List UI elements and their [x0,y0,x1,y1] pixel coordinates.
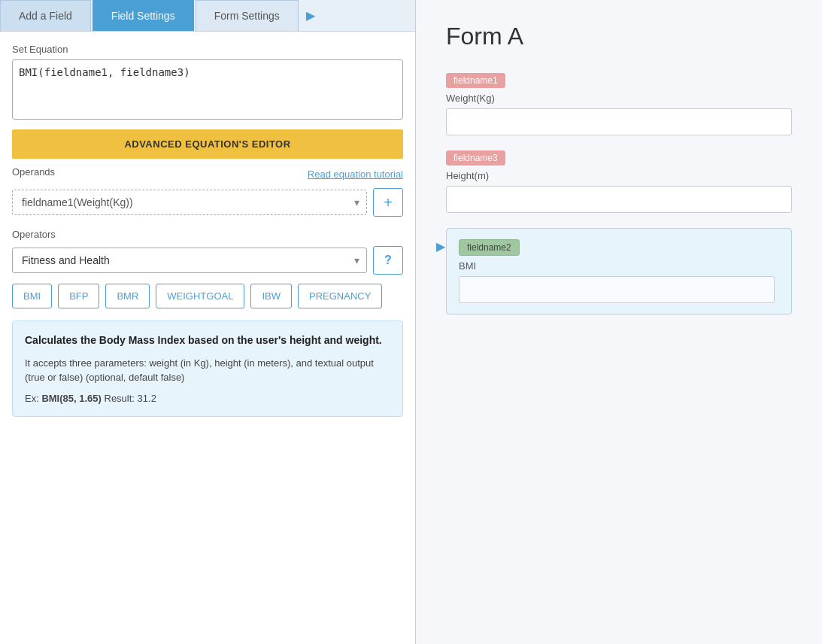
set-equation-label: Set Equation [12,44,403,55]
arrow-indicator: ▶ [436,239,445,254]
bfp-button[interactable]: BFP [58,284,99,308]
operator-dropdown-row: Fitness and Health BMIBFPBMRWEIGHTGOALIB… [12,246,403,275]
input-height[interactable] [446,186,792,213]
panel-content: Set Equation ADVANCED EQUATION'S EDITOR … [0,32,415,644]
highlighted-group: ▶ fieldname2 BMI [446,228,792,314]
pregnancy-button[interactable]: PREGNANCY [298,284,382,308]
info-box: Calculates the Body Mass Index based on … [12,320,403,417]
bmr-button[interactable]: BMR [105,284,150,308]
tab-arrow[interactable]: ▶ [300,2,321,29]
read-tutorial-link[interactable]: Read equation tutorial [308,169,403,180]
operands-header: Operands Read equation tutorial [12,166,403,182]
badge-fieldname3: fieldname3 [446,150,505,166]
advanced-equation-button[interactable]: ADVANCED EQUATION'S EDITOR [12,129,403,159]
info-box-body: It accepts three parameters: weight (in … [25,356,390,385]
example-func: BMI(85, 1.65) [41,393,101,404]
label-height: Height(m) [446,170,792,181]
input-bmi[interactable] [459,276,775,303]
bmi-button[interactable]: BMI [12,284,52,308]
field-group-3: fieldname3 Height(m) [446,150,792,213]
field-group-1: fieldname1 Weight(Kg) [446,73,792,135]
ibw-button[interactable]: IBW [250,284,292,308]
example-result: Result: 31.2 [102,393,156,404]
label-weight: Weight(Kg) [446,93,792,104]
info-box-example: Ex: BMI(85, 1.65) Result: 31.2 [25,393,390,404]
operand-row: fieldname1(Weight(Kg)) + [12,188,403,217]
input-weight[interactable] [446,108,792,135]
operators-section: Operators Fitness and Health BMIBFPBMRWE… [12,229,403,308]
left-panel: Add a Field Field Settings Form Settings… [0,0,416,644]
operators-label: Operators [12,229,403,240]
right-panel: Form A fieldname1 Weight(Kg) fieldname3 … [416,0,822,644]
operand-select-wrapper: fieldname1(Weight(Kg)) [12,190,367,215]
badge-fieldname1: fieldname1 [446,73,505,88]
badge-fieldname2: fieldname2 [459,239,520,256]
weightgoal-button[interactable]: WEIGHTGOAL [156,284,244,308]
tab-add-field[interactable]: Add a Field [0,0,91,31]
example-prefix: Ex: [25,393,41,404]
label-bmi: BMI [459,260,779,272]
info-box-title: Calculates the Body Mass Index based on … [25,333,390,348]
tab-field-settings[interactable]: Field Settings [93,0,194,31]
operator-select[interactable]: Fitness and Health BMIBFPBMRWEIGHTGOALIB… [12,248,367,273]
add-operand-button[interactable]: + [373,188,403,217]
operands-label: Operands [12,166,55,178]
operator-buttons: BMI BFP BMR WEIGHTGOAL IBW PREGNANCY [12,284,403,308]
help-button[interactable]: ? [373,246,403,275]
equation-textarea[interactable] [12,59,403,120]
tab-form-settings[interactable]: Form Settings [196,0,299,31]
operand-select[interactable]: fieldname1(Weight(Kg)) [12,190,367,215]
form-title: Form A [446,23,792,50]
operator-select-wrapper: Fitness and Health BMIBFPBMRWEIGHTGOALIB… [12,248,367,273]
tabs-bar: Add a Field Field Settings Form Settings… [0,0,415,32]
